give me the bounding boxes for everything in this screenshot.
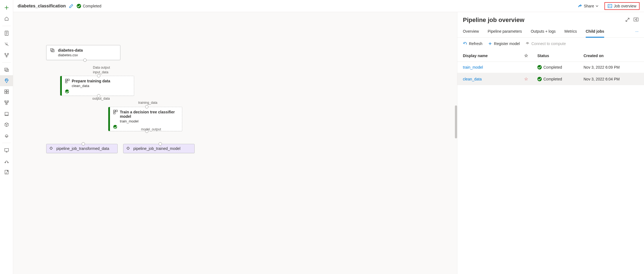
header: diabetes_classification Completed Share … [13, 0, 644, 12]
share-button[interactable]: Share [575, 2, 601, 10]
refresh-label: Refresh [469, 41, 482, 46]
refresh-button[interactable]: Refresh [463, 41, 482, 46]
job-link[interactable]: clean_data [463, 77, 522, 81]
svg-rect-13 [5, 112, 8, 115]
sidebar-datastores-icon[interactable] [0, 167, 13, 178]
svg-rect-11 [7, 101, 9, 102]
sidebar-data-icon[interactable] [0, 64, 13, 75]
output-port[interactable] [83, 58, 87, 62]
tab-pipeline-parameters[interactable]: Pipeline parameters [488, 26, 522, 37]
sidebar-compute-icon[interactable] [0, 145, 13, 156]
input-port[interactable] [145, 105, 148, 108]
port-label: training_data [138, 101, 157, 105]
page-title: diabetes_classification [18, 4, 66, 9]
left-sidebar [0, 0, 13, 274]
svg-rect-14 [5, 149, 9, 151]
output-icon [49, 146, 53, 151]
port-label: input_data [93, 70, 108, 74]
tab-metrics[interactable]: Metrics [565, 26, 577, 37]
close-panel-icon[interactable] [634, 18, 639, 23]
svg-rect-5 [6, 69, 9, 71]
sidebar-linked-icon[interactable] [0, 156, 13, 167]
component-icon [113, 110, 118, 115]
sidebar-automl-icon[interactable] [0, 39, 13, 50]
svg-rect-4 [5, 68, 7, 71]
table-row[interactable]: clean_data ☆ Completed Nov 3, 2022 6:04 … [457, 73, 644, 85]
input-port[interactable] [159, 142, 162, 146]
status-cell: Completed [537, 65, 581, 69]
node-title: pipeline_job_transformed_data [56, 146, 114, 151]
node-title: pipeline_job_trained_model [133, 146, 191, 151]
port-label: Data output [93, 66, 110, 69]
tab-more[interactable]: ··· [635, 26, 639, 37]
node-output-transformed[interactable]: pipeline_job_transformed_data [46, 144, 118, 153]
sidebar-endpoints-icon[interactable] [0, 130, 13, 141]
port-label: model_output [141, 127, 161, 131]
job-overview-label: Job overview [614, 4, 636, 8]
status-cell: Completed [537, 77, 581, 81]
tab-overview[interactable]: Overview [463, 26, 479, 37]
svg-rect-12 [6, 104, 7, 105]
check-circle-icon [537, 77, 542, 81]
output-icon [126, 146, 130, 151]
child-jobs-table: Display name ☆ Status Created on train_m… [457, 50, 644, 85]
port-label: output_data [92, 97, 110, 100]
sidebar-jobs-icon[interactable] [0, 75, 13, 86]
sidebar-divider-2 [2, 62, 11, 63]
sidebar-components-icon[interactable] [0, 86, 13, 97]
node-subtitle: clean_data [72, 84, 131, 88]
panel-title: Pipeline job overview [463, 16, 625, 24]
panel-toolbar: Refresh Register model Connect to comput… [457, 38, 644, 50]
scrollbar-thumb[interactable] [455, 105, 457, 138]
node-diabetes-data[interactable]: diabetes-data diabetes.csv [46, 45, 120, 60]
sidebar-pipelines-icon[interactable] [0, 97, 13, 108]
table-header: Display name ☆ Status Created on [457, 50, 644, 62]
tab-outputs-logs[interactable]: Outputs + logs [531, 26, 556, 37]
svg-rect-22 [68, 79, 69, 81]
node-prepare-data[interactable]: Prepare training data clean_data [60, 76, 134, 96]
sidebar-add[interactable] [0, 2, 13, 13]
col-status: Status [537, 54, 581, 58]
svg-rect-21 [65, 79, 67, 81]
sidebar-environments-icon[interactable] [0, 108, 13, 119]
check-circle-icon [113, 125, 117, 129]
col-created-on: Created on [584, 54, 639, 58]
expand-icon[interactable] [625, 18, 630, 23]
input-port[interactable] [82, 142, 85, 146]
overview-panel: Pipeline job overview Overview Pipeline … [457, 12, 644, 274]
node-subtitle: diabetes.csv [58, 53, 117, 57]
check-circle-icon [77, 4, 81, 8]
col-favorite-icon[interactable]: ☆ [524, 53, 535, 58]
svg-point-2 [7, 53, 9, 54]
svg-point-3 [6, 56, 7, 57]
panel-tabs: Overview Pipeline parameters Outputs + l… [457, 26, 644, 38]
node-subtitle: train_model [120, 119, 179, 123]
sidebar-divider [2, 26, 11, 26]
tab-child-jobs[interactable]: Child jobs [586, 26, 604, 38]
register-label: Register model [494, 41, 520, 46]
node-title: diabetes-data [58, 48, 117, 52]
svg-rect-8 [5, 92, 6, 94]
status-badge: Completed [77, 4, 101, 8]
chevron-down-icon [596, 5, 598, 7]
favorite-star-icon[interactable]: ☆ [524, 76, 535, 82]
svg-rect-9 [7, 92, 9, 94]
job-link[interactable]: train_model [463, 65, 522, 69]
sidebar-home[interactable] [0, 13, 13, 24]
svg-rect-23 [65, 81, 67, 83]
share-label: Share [584, 4, 594, 8]
sidebar-models-icon[interactable] [0, 119, 13, 130]
job-overview-button[interactable]: Job overview [604, 2, 640, 10]
table-row[interactable]: train_model Completed Nov 3, 2022 6:09 P… [457, 62, 644, 73]
sidebar-designer-icon[interactable] [0, 50, 13, 61]
register-model-button[interactable]: Register model [488, 41, 520, 46]
created-cell: Nov 3, 2022 6:09 PM [584, 65, 639, 69]
svg-rect-6 [5, 90, 6, 91]
svg-rect-7 [7, 90, 9, 91]
edit-icon[interactable] [69, 4, 73, 8]
input-port[interactable] [97, 74, 100, 77]
node-title: Train a decision tree classifier model [120, 110, 179, 119]
node-output-trained-model[interactable]: pipeline_job_trained_model [123, 144, 195, 153]
pipeline-canvas[interactable]: diabetes-data diabetes.csv Data output i… [13, 12, 457, 274]
sidebar-notebook-icon[interactable] [0, 28, 13, 39]
